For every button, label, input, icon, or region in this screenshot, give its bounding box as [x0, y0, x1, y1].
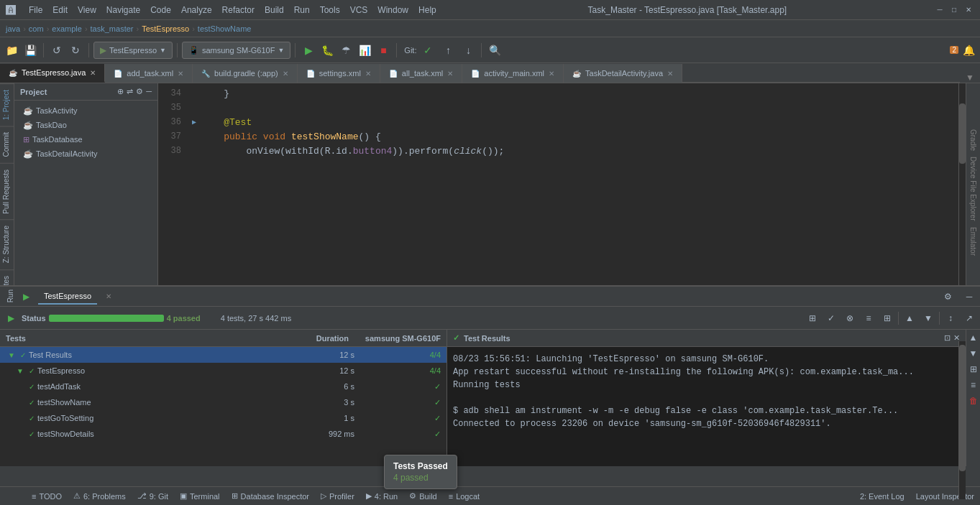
run-button[interactable]: ▶	[300, 42, 317, 59]
menu-vcs[interactable]: VCS	[346, 4, 372, 17]
output-scrollbar-thumb[interactable]	[959, 345, 966, 471]
tab-close-task-detail[interactable]: ✕	[667, 70, 673, 78]
menu-build[interactable]: Build	[260, 4, 288, 17]
toolbar-redo-btn[interactable]: ↻	[67, 42, 84, 59]
menu-refactor[interactable]: Refactor	[218, 4, 259, 17]
stop-button[interactable]: ■	[375, 42, 392, 59]
close-button[interactable]: ✕	[963, 4, 974, 16]
list-view-btn[interactable]: ≡	[861, 310, 876, 326]
filter-passed-btn[interactable]: ✓	[823, 310, 839, 326]
project-panel-close-icon[interactable]: ─	[146, 87, 152, 96]
tab-add-task[interactable]: 📄 add_task.xml ✕	[105, 64, 193, 83]
menu-run[interactable]: Run	[290, 4, 314, 17]
sidebar-item-favorites[interactable]: 2: Favorites	[0, 269, 14, 285]
toolbar-save-btn[interactable]: 💾	[22, 42, 39, 59]
debug-button[interactable]: 🐛	[319, 42, 336, 59]
output-strip-wrap[interactable]: ⊞	[970, 364, 977, 374]
tab-close-all-task[interactable]: ✕	[447, 70, 453, 78]
sidebar-item-pull-requests[interactable]: Pull Requests	[0, 163, 14, 220]
scroll-down-btn[interactable]: ▼	[920, 310, 936, 326]
notifications-btn[interactable]: 🔔	[960, 42, 977, 59]
git-pull-btn[interactable]: ↓	[459, 42, 477, 59]
minimize-button[interactable]: ─	[934, 4, 945, 16]
gradle-label[interactable]: Gradle	[968, 126, 979, 154]
tab-settings-xml[interactable]: 📄 settings.xml ✕	[298, 64, 380, 83]
breadcrumb-com[interactable]: com	[29, 24, 44, 33]
toolbar-undo-btn[interactable]: ↺	[48, 42, 65, 59]
project-panel-sync-icon[interactable]: ⇌	[127, 87, 133, 96]
tab-all-task[interactable]: 📄 all_task.xml ✕	[380, 64, 462, 83]
status-logcat[interactable]: ≡ Logcat	[449, 492, 480, 501]
sort-btn[interactable]: ↕	[943, 310, 958, 326]
breadcrumb-testshowname[interactable]: testShowName	[198, 24, 252, 33]
tab-task-detail[interactable]: ☕ TaskDetailActivity.java ✕	[564, 64, 682, 83]
run-pin-btn[interactable]: ─	[961, 289, 977, 305]
run-tab-close[interactable]: ✕	[106, 292, 111, 300]
filter-failed-btn[interactable]: ⊗	[842, 310, 858, 326]
test-row-results[interactable]: ▼ ✓ Test Results 12 s 4/4	[0, 347, 447, 363]
test-row-add-task[interactable]: ✓ testAddTask 6 s ✓	[0, 379, 447, 394]
sidebar-item-commit[interactable]: Commit	[0, 126, 14, 162]
tab-close-settings-xml[interactable]: ✕	[365, 70, 371, 78]
project-panel-add-icon[interactable]: ⊕	[117, 87, 124, 96]
tree-item-task-activity[interactable]: ☕ TaskActivity	[14, 103, 157, 118]
status-terminal[interactable]: ▣ Terminal	[180, 491, 220, 501]
output-resize-icon[interactable]: ⊡	[944, 333, 951, 343]
status-todo[interactable]: ≡ TODO	[32, 492, 62, 501]
run-settings-btn[interactable]: ⚙	[940, 289, 956, 305]
export-btn[interactable]: ↗	[961, 310, 977, 326]
menu-navigate[interactable]: Navigate	[102, 4, 145, 17]
coverage-button[interactable]: ☂	[337, 42, 354, 59]
scroll-up-btn[interactable]: ▲	[902, 310, 917, 326]
tab-close-activity-main[interactable]: ✕	[549, 70, 554, 78]
device-selector[interactable]: 📱 samsung SM-G610F ▼	[182, 42, 290, 59]
warnings-badge[interactable]: 2	[950, 46, 958, 54]
run-config-selector[interactable]: ▶ TestEspresso ▼	[93, 42, 173, 59]
output-strip-up[interactable]: ▲	[969, 333, 978, 343]
menu-view[interactable]: View	[73, 4, 101, 17]
tab-build-gradle[interactable]: 🔧 build.gradle (:app) ✕	[193, 64, 298, 83]
status-profiler[interactable]: ▷ Profiler	[321, 491, 354, 501]
search-everywhere-btn[interactable]: 🔍	[486, 42, 503, 59]
status-database-inspector[interactable]: ⊞ Database Inspector	[232, 491, 309, 501]
status-event-log[interactable]: 2: Event Log	[860, 492, 905, 501]
sidebar-item-structure[interactable]: Z: Structure	[0, 219, 14, 269]
run-resume-btn[interactable]: ▶	[3, 310, 19, 326]
menu-file[interactable]: File	[24, 4, 47, 17]
breadcrumb-java[interactable]: java	[6, 24, 20, 33]
output-strip-down[interactable]: ▼	[969, 348, 978, 358]
maximize-button[interactable]: □	[948, 4, 960, 16]
filter-tests-btn[interactable]: ⊞	[805, 310, 820, 326]
editor-scrollbar-thumb[interactable]	[959, 103, 966, 164]
status-problems[interactable]: ⚠ 6: Problems	[73, 491, 126, 501]
test-row-testespresso[interactable]: ▼ ✓ TestEspresso 12 s 4/4	[0, 363, 447, 379]
output-strip-clear[interactable]: 🗑	[969, 396, 978, 406]
test-row-show-details[interactable]: ✓ testShowDetails 992 ms ✓	[0, 426, 447, 442]
toolbar-open-btn[interactable]: 📁	[3, 42, 20, 59]
code-editor[interactable]: 34 } 35 36 ▶ @Test	[158, 83, 966, 285]
profile-button[interactable]: 📊	[356, 42, 373, 59]
editor-scrollbar[interactable]	[958, 83, 966, 285]
menu-edit[interactable]: Edit	[48, 4, 72, 17]
tree-item-task-database[interactable]: ⊞ TaskDatabase	[14, 132, 157, 147]
menu-code[interactable]: Code	[146, 4, 175, 17]
menu-help[interactable]: Help	[414, 4, 441, 17]
output-scrollbar[interactable]	[958, 341, 966, 486]
menu-analyze[interactable]: Analyze	[177, 4, 216, 17]
status-run[interactable]: ▶ 4: Run	[366, 491, 398, 501]
breadcrumb-task-master[interactable]: task_master	[91, 24, 134, 33]
sidebar-item-project[interactable]: 1: Project	[0, 83, 14, 126]
menu-window[interactable]: Window	[373, 4, 413, 17]
emulator-label[interactable]: Emulator	[968, 224, 979, 259]
tab-activity-main[interactable]: 📄 activity_main.xml ✕	[462, 64, 564, 83]
test-row-go-to-setting[interactable]: ✓ testGoToSetting 1 s ✓	[0, 410, 447, 426]
run-tab-testespresso[interactable]: TestEspresso	[38, 289, 97, 305]
device-file-explorer-label[interactable]: Device File Explorer	[968, 154, 979, 223]
git-commit-btn[interactable]: ✓	[419, 42, 436, 59]
tree-item-task-dao[interactable]: ☕ TaskDao	[14, 118, 157, 132]
breadcrumb-testespresso[interactable]: TestEspresso	[142, 24, 189, 33]
tree-item-task-detail-activity[interactable]: ☕ TaskDetailActivity	[14, 147, 157, 161]
breadcrumb-example[interactable]: example	[52, 24, 82, 33]
tab-testespresso[interactable]: ☕ TestEspresso.java ✕	[0, 64, 105, 83]
project-panel-settings-icon[interactable]: ⚙	[136, 87, 143, 96]
